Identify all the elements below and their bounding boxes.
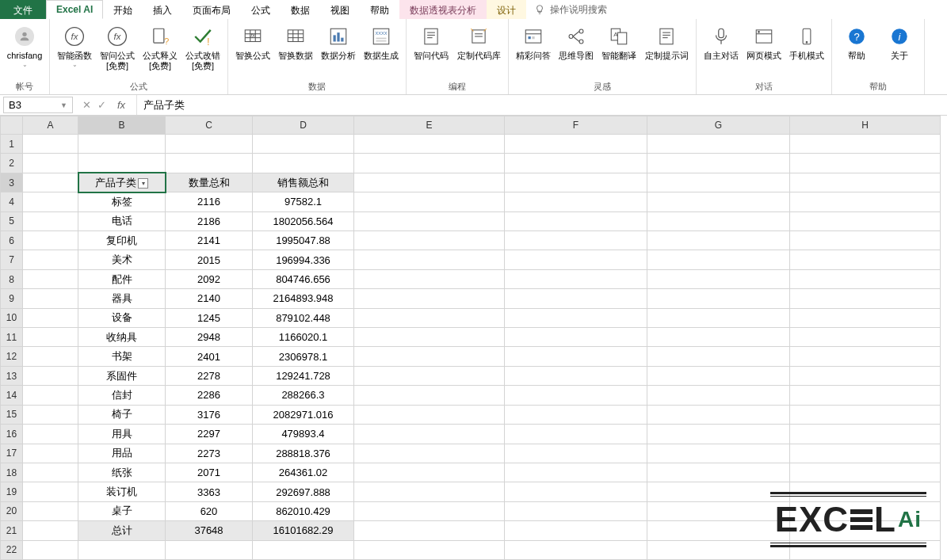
col-header-G[interactable]: G: [647, 116, 790, 135]
cell[interactable]: [23, 463, 78, 482]
cell[interactable]: [23, 405, 78, 424]
cell[interactable]: 288818.376: [253, 444, 354, 463]
cell[interactable]: [23, 482, 78, 501]
col-header-H[interactable]: H: [790, 116, 941, 135]
cell[interactable]: 2286: [166, 386, 253, 405]
cell[interactable]: [790, 154, 941, 173]
row-header[interactable]: 10: [1, 308, 23, 327]
cell[interactable]: [505, 366, 647, 385]
cell[interactable]: 2306978.1: [253, 347, 354, 366]
cell[interactable]: [253, 154, 354, 173]
web-mode-button[interactable]: 网页模式: [744, 21, 784, 79]
cell[interactable]: [23, 192, 78, 211]
cell[interactable]: [23, 501, 78, 520]
row-header[interactable]: 5: [1, 211, 23, 230]
cell[interactable]: 2116: [166, 192, 253, 211]
cell[interactable]: 电话: [78, 211, 166, 230]
cell[interactable]: 264361.02: [253, 463, 354, 482]
cell[interactable]: [505, 308, 647, 327]
cell[interactable]: [354, 231, 505, 250]
custom-prompt-button[interactable]: 定制提示词: [642, 21, 691, 79]
tab-formulas[interactable]: 公式: [241, 0, 281, 19]
account-button[interactable]: chrisfang ⌄: [5, 21, 44, 79]
cell[interactable]: [790, 231, 941, 250]
cell[interactable]: [23, 347, 78, 366]
tab-design[interactable]: 设计: [487, 0, 526, 19]
cancel-icon[interactable]: ✕: [82, 99, 91, 111]
cell[interactable]: 97582.1: [253, 192, 354, 211]
cell[interactable]: [354, 211, 505, 230]
cell[interactable]: 用具: [78, 425, 166, 444]
cell[interactable]: [505, 231, 647, 250]
cell[interactable]: [790, 173, 941, 192]
cell[interactable]: 桌子: [78, 501, 166, 520]
cell[interactable]: [647, 463, 790, 482]
cell[interactable]: [647, 366, 790, 385]
cell[interactable]: [647, 540, 790, 559]
row-header[interactable]: 7: [1, 250, 23, 269]
cell[interactable]: [505, 328, 647, 347]
cell[interactable]: 804746.656: [253, 269, 354, 288]
cell[interactable]: [354, 540, 505, 559]
cell[interactable]: [23, 231, 78, 250]
cell[interactable]: [23, 289, 78, 308]
filter-dropdown-icon[interactable]: ▾: [138, 178, 148, 189]
cell[interactable]: [790, 328, 941, 347]
cell[interactable]: 2297: [166, 425, 253, 444]
cell[interactable]: [505, 173, 647, 192]
cell[interactable]: 总计: [78, 521, 166, 540]
cell[interactable]: [354, 347, 505, 366]
row-header[interactable]: 19: [1, 482, 23, 501]
cell[interactable]: [166, 135, 253, 154]
cell[interactable]: 用品: [78, 444, 166, 463]
cell[interactable]: 信封: [78, 386, 166, 405]
cell[interactable]: 2140: [166, 289, 253, 308]
cell[interactable]: 书架: [78, 347, 166, 366]
cell[interactable]: [253, 135, 354, 154]
smart-function-button[interactable]: fx 智能函数⌄: [55, 21, 94, 79]
cell[interactable]: [354, 521, 505, 540]
cell[interactable]: [505, 211, 647, 230]
cell[interactable]: 复印机: [78, 231, 166, 250]
cell[interactable]: [78, 154, 166, 173]
cell[interactable]: [354, 289, 505, 308]
cell[interactable]: [647, 425, 790, 444]
tell-me-search[interactable]: 操作说明搜索: [526, 0, 615, 19]
cell[interactable]: 器具: [78, 289, 166, 308]
row-header[interactable]: 18: [1, 463, 23, 482]
cell[interactable]: [354, 250, 505, 269]
cell[interactable]: [647, 501, 790, 520]
tab-excel-ai[interactable]: Excel AI: [46, 0, 103, 19]
row-header[interactable]: 1: [1, 135, 23, 154]
analyze-data-button[interactable]: 数据分析: [319, 21, 358, 79]
select-all-corner[interactable]: [1, 116, 23, 135]
cell[interactable]: [505, 154, 647, 173]
cell[interactable]: [790, 250, 941, 269]
cell[interactable]: [647, 192, 790, 211]
cell[interactable]: [647, 154, 790, 173]
cell[interactable]: 16101682.29: [253, 521, 354, 540]
cell[interactable]: [505, 501, 647, 520]
tab-pivot-analyze[interactable]: 数据透视表分析: [399, 0, 487, 19]
about-button[interactable]: i 关于: [880, 21, 919, 79]
tab-view[interactable]: 视图: [320, 0, 360, 19]
row-header[interactable]: 9: [1, 289, 23, 308]
cell[interactable]: 2082971.016: [253, 405, 354, 424]
cell[interactable]: 2273: [166, 444, 253, 463]
cell[interactable]: [505, 482, 647, 501]
cell[interactable]: [790, 269, 941, 288]
cell[interactable]: [354, 501, 505, 520]
cell[interactable]: 纸张: [78, 463, 166, 482]
col-header-B[interactable]: B: [78, 116, 166, 135]
cell[interactable]: [790, 386, 941, 405]
col-header-C[interactable]: C: [166, 116, 253, 135]
cell[interactable]: 196994.336: [253, 250, 354, 269]
translate-button[interactable]: A 智能翻译: [599, 21, 639, 79]
cell[interactable]: 配件: [78, 269, 166, 288]
custom-code-button[interactable]: 定制代码库: [454, 21, 503, 79]
cell[interactable]: 2092: [166, 269, 253, 288]
cell[interactable]: [647, 231, 790, 250]
cell[interactable]: 2278: [166, 366, 253, 385]
cell[interactable]: [23, 308, 78, 327]
cell[interactable]: 2401: [166, 347, 253, 366]
